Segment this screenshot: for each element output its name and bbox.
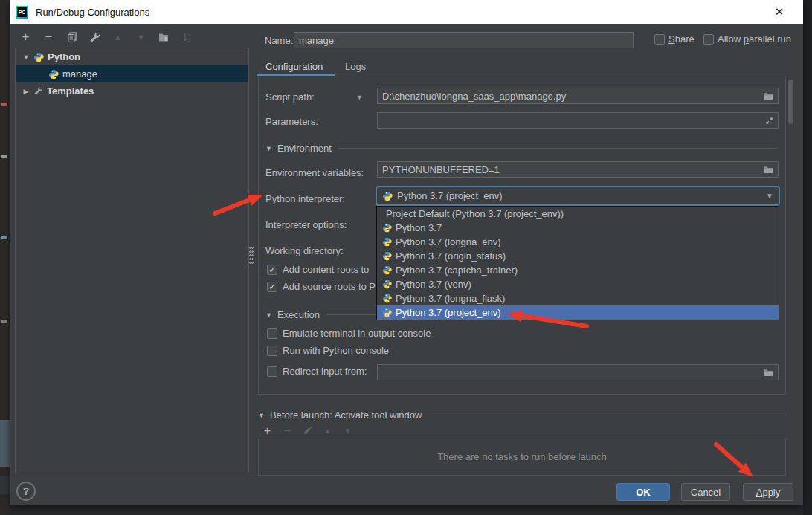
- add-task-button[interactable]: +: [261, 424, 274, 437]
- name-input[interactable]: [294, 32, 634, 48]
- help-button[interactable]: ?: [16, 482, 36, 501]
- section-title: Environment: [277, 143, 332, 154]
- configurations-tree: ▼ Python manage ▶ Templates: [15, 48, 249, 473]
- tree-item-manage[interactable]: manage: [16, 65, 248, 82]
- combo-dropdown-arrow-icon[interactable]: ▼: [766, 192, 773, 200]
- environment-section-header[interactable]: ▼ Environment: [265, 143, 778, 154]
- checkbox-label: Add source roots to P: [283, 281, 376, 292]
- before-launch-section-header[interactable]: ▼ Before launch: Activate tool window: [258, 409, 786, 421]
- working-directory-label: Working directory:: [265, 245, 344, 256]
- redirect-input-value[interactable]: [382, 367, 758, 378]
- add-content-roots-checkbox[interactable]: Add content roots to: [267, 264, 369, 275]
- sort-configurations-icon[interactable]: az: [181, 31, 193, 44]
- section-collapse-icon[interactable]: ▼: [265, 145, 272, 152]
- checkbox-unchecked[interactable]: [267, 366, 277, 377]
- chevron-expanded-icon[interactable]: ▼: [22, 54, 30, 61]
- background-right-strip: [803, 0, 812, 515]
- move-task-up-icon[interactable]: ▲: [321, 424, 334, 437]
- expand-field-icon[interactable]: [765, 117, 773, 125]
- run-python-console-checkbox[interactable]: Run with Python console: [267, 345, 389, 356]
- python-interpreter-label: Python interpreter:: [265, 193, 345, 204]
- script-path-label: Script path:: [265, 91, 315, 103]
- parameters-label: Parameters:: [265, 116, 318, 127]
- remove-task-button[interactable]: −: [281, 424, 294, 437]
- active-tab-underline: [257, 74, 335, 76]
- before-launch-task-list: There are no tasks to run before launch: [258, 438, 786, 476]
- bg-fragment: [1, 236, 7, 239]
- remove-configuration-button[interactable]: −: [42, 31, 55, 44]
- share-checkbox[interactable]: Share: [654, 33, 695, 45]
- ok-button[interactable]: OK: [616, 483, 670, 501]
- section-divider: [338, 148, 778, 149]
- python-icon: [382, 191, 393, 201]
- popup-item[interactable]: Python 3.7 (venv): [377, 277, 779, 291]
- add-configuration-button[interactable]: +: [19, 31, 32, 44]
- vertical-scrollbar-thumb[interactable]: [788, 80, 793, 124]
- popup-item[interactable]: Python 3.7 (captcha_trainer): [377, 263, 779, 277]
- move-up-icon[interactable]: ▲: [112, 31, 124, 44]
- tree-item-label: manage: [62, 68, 97, 80]
- popup-item-selected[interactable]: Python 3.7 (project_env): [377, 305, 779, 320]
- bg-scroll-block: [0, 420, 10, 467]
- configurations-toolbar: + − ▲ ▼ az: [19, 30, 193, 45]
- script-path-value[interactable]: [382, 91, 758, 102]
- script-path-input[interactable]: [377, 88, 779, 104]
- cancel-button[interactable]: Cancel: [681, 483, 730, 501]
- allow-parallel-run-checkbox[interactable]: Allow parallel run: [703, 33, 791, 45]
- allow-parallel-run-checkbox-box[interactable]: [703, 34, 714, 45]
- move-down-icon[interactable]: ▼: [135, 31, 147, 44]
- bg-fragment: [1, 103, 7, 106]
- tree-item-templates[interactable]: ▶ Templates: [16, 82, 248, 100]
- name-input-value[interactable]: [299, 35, 628, 46]
- browse-folder-icon[interactable]: [763, 368, 773, 377]
- python-icon: [382, 237, 392, 247]
- redirect-input-checkbox[interactable]: Redirect input from:: [267, 366, 367, 377]
- close-icon[interactable]: ✕: [772, 4, 787, 19]
- python-icon: [382, 251, 392, 261]
- environment-variables-label: Environment variables:: [265, 167, 364, 178]
- panel-splitter-grip[interactable]: [249, 246, 254, 264]
- python-interpreter-combobox[interactable]: Python 3.7 (project_env) ▼: [376, 186, 780, 206]
- chevron-collapsed-icon[interactable]: ▶: [22, 88, 30, 95]
- bg-fragment: [1, 320, 7, 323]
- parameters-value[interactable]: [382, 115, 761, 126]
- copy-configuration-icon[interactable]: [65, 31, 78, 44]
- popup-item[interactable]: Project Default (Python 3.7 (project_env…: [377, 207, 779, 221]
- popup-item[interactable]: Python 3.7 (origin_status): [377, 249, 779, 263]
- move-task-down-icon[interactable]: ▼: [341, 424, 354, 437]
- checkbox-checked[interactable]: [267, 282, 277, 292]
- checkbox-unchecked[interactable]: [267, 328, 277, 339]
- parameters-input[interactable]: [377, 112, 779, 129]
- checkbox-checked[interactable]: [267, 265, 277, 275]
- browse-folder-icon[interactable]: [763, 165, 773, 174]
- popup-item[interactable]: Python 3.7 (longna_flask): [377, 291, 779, 305]
- svg-text:z: z: [188, 38, 190, 42]
- environment-variables-input[interactable]: [377, 161, 779, 178]
- redirect-input-file-input[interactable]: [377, 364, 779, 380]
- python-icon: [33, 52, 44, 62]
- apply-button[interactable]: Apply: [743, 483, 793, 501]
- share-checkbox-box[interactable]: [654, 34, 665, 45]
- popup-item[interactable]: Python 3.7: [377, 221, 779, 235]
- python-icon: [382, 223, 392, 233]
- emulate-terminal-checkbox[interactable]: Emulate terminal in output console: [267, 328, 431, 339]
- empty-tasks-text: There are no tasks to run before launch: [437, 451, 607, 462]
- popup-item[interactable]: Python 3.7 (longna_env): [377, 235, 779, 249]
- edit-task-pencil-icon[interactable]: [301, 424, 314, 437]
- bg-fragment: [1, 155, 7, 158]
- browse-folder-icon[interactable]: [763, 91, 773, 100]
- section-collapse-icon[interactable]: ▼: [265, 311, 272, 319]
- section-collapse-icon[interactable]: ▼: [258, 412, 265, 419]
- section-title: Execution: [277, 309, 320, 320]
- checkbox-unchecked[interactable]: [267, 346, 277, 356]
- tab-configuration[interactable]: Configuration: [265, 61, 323, 72]
- section-title: Before launch: Activate tool window: [270, 409, 422, 421]
- script-path-type-chevron-icon[interactable]: ▼: [356, 94, 363, 101]
- add-source-roots-checkbox[interactable]: Add source roots to P: [267, 281, 376, 292]
- tab-logs[interactable]: Logs: [345, 61, 366, 72]
- edit-templates-wrench-icon[interactable]: [88, 31, 101, 44]
- tree-item-python-group[interactable]: ▼ Python: [16, 48, 248, 65]
- environment-variables-value[interactable]: [382, 164, 758, 175]
- new-folder-icon[interactable]: [158, 31, 170, 44]
- share-label: Share: [668, 33, 695, 45]
